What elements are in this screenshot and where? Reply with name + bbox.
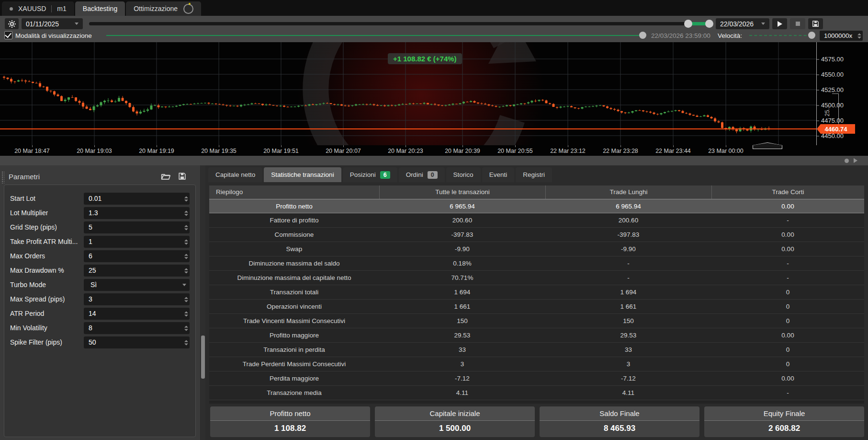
parameter-input[interactable]: 1 — [84, 236, 190, 248]
spinner-arrows-icon[interactable] — [184, 254, 188, 259]
summary-card-value: 2 608.82 — [704, 421, 864, 437]
column-header: Riepilogo — [209, 185, 379, 199]
spinner-arrows-icon[interactable] — [184, 210, 188, 216]
spinner-arrows-icon[interactable] — [857, 33, 861, 38]
parameter-select[interactable]: Sì — [84, 279, 190, 291]
table-row[interactable]: Transazioni totali1 6941 6940 — [209, 285, 864, 300]
tab-ottimizzazione[interactable]: Ottimizzazione — [126, 1, 201, 16]
table-row[interactable]: Commissione-397.83-397.830.00 — [209, 228, 864, 242]
table-row[interactable]: Profitto maggiore29.5329.530.00 — [209, 328, 864, 343]
table-row[interactable]: Diminuzione massima del capitale netto70… — [209, 271, 864, 285]
table-cell: 29.53 — [379, 332, 545, 339]
stats-tab-capitale-netto[interactable]: Capitale netto — [208, 167, 262, 182]
statistics-tabs: Capitale nettoStatistiche transazioniPos… — [208, 167, 552, 182]
chart-plot[interactable]: +1 108.82 € (+74%) 25... 4460.74 4575.00… — [0, 42, 868, 145]
spinner-arrows-icon[interactable] — [184, 325, 188, 331]
parameter-input[interactable]: 1.3 — [84, 207, 190, 219]
stats-tab-registri[interactable]: Registri — [516, 167, 552, 182]
column-header: Trade Corti — [711, 185, 864, 199]
table-row[interactable]: Perdita maggiore-7.12-7.120.00 — [209, 371, 864, 386]
time-axis-tick — [32, 145, 33, 147]
current-time-label: 22/03/2026 23:59:00 — [651, 32, 710, 39]
speed-slider-handle[interactable] — [808, 32, 815, 39]
end-date-select[interactable]: 22/03/2026 — [716, 18, 769, 29]
stats-tab-storico[interactable]: Storico — [446, 167, 481, 182]
spinner-arrows-icon[interactable] — [184, 340, 188, 345]
panel-drag-handle[interactable] — [1, 171, 4, 184]
parameter-input[interactable]: 0.01 — [84, 193, 190, 205]
table-cell: Diminuzione massima del saldo — [209, 260, 379, 267]
spinner-arrows-icon[interactable] — [184, 268, 188, 273]
spinner-arrows-icon[interactable] — [184, 297, 188, 302]
scrollbar-thumb[interactable] — [201, 336, 205, 379]
table-cell: 33 — [545, 346, 711, 353]
load-preset-button[interactable] — [161, 172, 170, 183]
timeline-slider-handle-start[interactable] — [684, 20, 692, 28]
table-row[interactable]: Transazioni in perdita33330 — [209, 343, 864, 357]
panel-scrollbar[interactable] — [201, 165, 205, 440]
summary-card: Equity Finale2 608.82 — [704, 406, 864, 437]
table-cell: Commissione — [209, 231, 379, 238]
table-cell: -397.83 — [545, 231, 711, 238]
progress-slider-track[interactable] — [106, 35, 643, 36]
parameter-input[interactable]: 14 — [84, 308, 190, 320]
timeline-slider-track[interactable] — [89, 22, 710, 25]
spinner-arrows-icon[interactable] — [184, 196, 188, 201]
stop-button[interactable] — [790, 18, 805, 29]
progress-slider-handle[interactable] — [639, 32, 646, 39]
gear-icon — [8, 20, 16, 28]
end-date-value: 22/03/2026 — [720, 20, 754, 28]
play-button[interactable] — [772, 18, 787, 29]
stats-tab-label: Eventi — [489, 171, 507, 178]
speed-input[interactable]: 1000000x — [820, 31, 863, 41]
spinner-arrows-icon[interactable] — [184, 225, 188, 230]
settings-button[interactable] — [5, 18, 19, 29]
parameter-label: Max Spread (pips) — [10, 295, 65, 303]
stats-tab-ordini[interactable]: Ordini0 — [399, 167, 445, 182]
table-row[interactable]: Trade Perdenti Massimi Consecutivi330 — [209, 357, 864, 371]
parameter-input[interactable]: 50 — [84, 336, 190, 348]
table-row[interactable]: Fattore di profitto200.60200.60- — [209, 213, 864, 228]
stats-tab-statistiche-transazioni[interactable]: Statistiche transazioni — [264, 167, 341, 182]
tab-backtesting[interactable]: Backtesting — [75, 1, 125, 16]
save-button[interactable] — [808, 18, 823, 29]
table-row[interactable]: Trade Vincenti Massimi Consecutivi150150… — [209, 314, 864, 328]
table-row[interactable]: Swap-9.90-9.900.00 — [209, 242, 864, 256]
spinner-arrows-icon[interactable] — [184, 311, 188, 316]
table-row[interactable]: Operazioni vincenti1 6611 6610 — [209, 300, 864, 314]
table-row[interactable]: Transazione media4.114.11- — [209, 386, 864, 400]
status-dot-icon — [10, 7, 13, 11]
table-cell: 150 — [545, 317, 711, 324]
table-cell: 6 965.94 — [545, 203, 711, 210]
table-cell: - — [545, 260, 711, 267]
scroll-to-end-icon[interactable] — [854, 158, 857, 163]
time-axis[interactable]: 20 Mar 18:4720 Mar 19:0320 Mar 19:1920 M… — [0, 145, 868, 156]
price-axis[interactable]: 4460.74 4575.004550.004525.004500.004475… — [816, 42, 868, 145]
table-cell: 200.60 — [379, 217, 545, 224]
parameter-input[interactable]: 5 — [84, 221, 190, 233]
chart-scrollbar[interactable] — [0, 156, 868, 165]
tab-symbol[interactable]: XAUUSD m1 — [2, 1, 74, 16]
stats-tab-eventi[interactable]: Eventi — [482, 167, 515, 182]
parameter-input[interactable]: 3 — [84, 293, 190, 305]
price-axis-label: 4500.00 — [821, 102, 844, 109]
parameter-input[interactable]: 6 — [84, 250, 190, 262]
time-axis-label: 20 Mar 20:23 — [388, 148, 423, 154]
table-row[interactable]: Profitto netto6 965.946 965.940.00 — [209, 199, 864, 213]
scroll-dot-icon[interactable] — [845, 159, 849, 163]
timeline-slider-handle-end[interactable] — [705, 20, 713, 28]
stats-tab-posizioni[interactable]: Posizioni6 — [343, 167, 397, 182]
time-axis-tick — [568, 145, 568, 147]
table-row[interactable]: Diminuzione massima del saldo0.18%-- — [209, 256, 864, 271]
parameter-input[interactable]: 25 — [84, 265, 190, 277]
table-cell: 0 — [711, 317, 864, 324]
parameter-label: Spike Filter (pips) — [10, 338, 62, 346]
table-cell: 0 — [711, 289, 864, 296]
speed-slider-track[interactable] — [749, 35, 812, 36]
save-preset-button[interactable] — [178, 172, 187, 183]
parameter-row: Max Drawdown %25 — [4, 265, 195, 277]
parameter-input[interactable]: 8 — [84, 322, 190, 334]
spinner-arrows-icon[interactable] — [184, 239, 188, 244]
start-date-select[interactable]: 01/11/2025 — [22, 18, 83, 29]
visual-mode-checkbox[interactable] — [4, 31, 12, 39]
